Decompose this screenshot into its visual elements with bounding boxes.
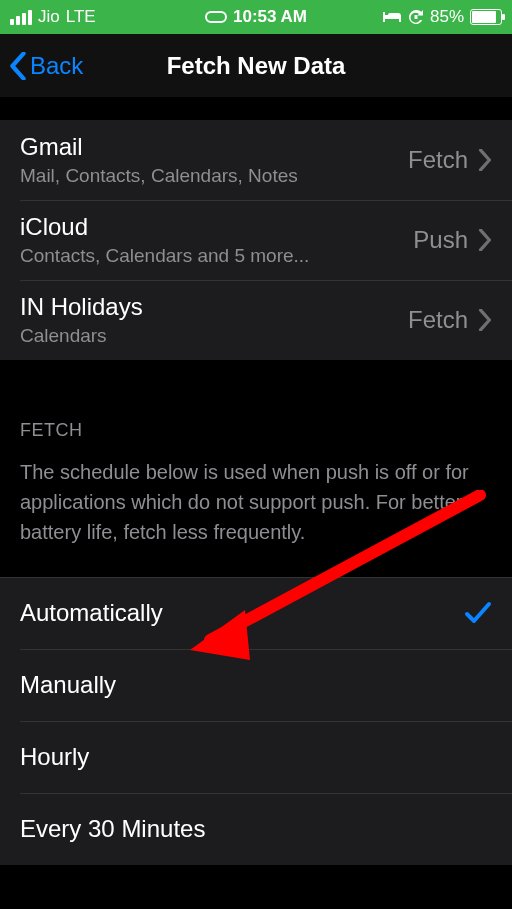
spacer: [0, 98, 512, 120]
account-name: IN Holidays: [20, 293, 408, 321]
account-content: IN HolidaysCalendars: [20, 293, 408, 347]
status-time: 10:53 AM: [233, 7, 307, 27]
checkmark-icon: [464, 601, 492, 625]
account-mode: Fetch: [408, 306, 468, 334]
account-sub: Calendars: [20, 325, 408, 347]
fetch-option-label: Hourly: [20, 743, 492, 771]
fetch-section-footer: The schedule below is used when push is …: [0, 451, 512, 577]
orientation-lock-icon: [408, 9, 424, 25]
account-mode: Fetch: [408, 146, 468, 174]
account-sub: Contacts, Calendars and 5 more...: [20, 245, 413, 267]
account-row[interactable]: GmailMail, Contacts, Calendars, NotesFet…: [0, 120, 512, 200]
back-label: Back: [30, 52, 83, 80]
account-content: GmailMail, Contacts, Calendars, Notes: [20, 133, 408, 187]
status-left: Jio LTE: [10, 7, 96, 27]
accounts-group: GmailMail, Contacts, Calendars, NotesFet…: [0, 120, 512, 360]
fetch-option-row[interactable]: Manually: [0, 649, 512, 721]
fetch-option-label: Manually: [20, 671, 492, 699]
do-not-disturb-bed-icon: [382, 10, 402, 24]
fetch-option-label: Automatically: [20, 599, 464, 627]
fetch-option-label: Every 30 Minutes: [20, 815, 492, 843]
fetch-option-row[interactable]: Every 30 Minutes: [0, 793, 512, 865]
fetch-option-row[interactable]: Hourly: [0, 721, 512, 793]
status-right: 85%: [382, 7, 502, 27]
account-sub: Mail, Contacts, Calendars, Notes: [20, 165, 408, 187]
account-row[interactable]: iCloudContacts, Calendars and 5 more...P…: [0, 200, 512, 280]
chevron-right-icon: [478, 309, 492, 331]
fetch-section-header: FETCH: [0, 360, 512, 451]
nav-bar: Back Fetch New Data: [0, 34, 512, 98]
account-name: iCloud: [20, 213, 413, 241]
fetch-option-row[interactable]: Automatically: [0, 577, 512, 649]
chevron-right-icon: [478, 149, 492, 171]
account-mode: Push: [413, 226, 468, 254]
account-content: iCloudContacts, Calendars and 5 more...: [20, 213, 413, 267]
hotspot-icon: [205, 10, 227, 24]
carrier-label: Jio: [38, 7, 60, 27]
chevron-left-icon: [8, 52, 28, 80]
chevron-right-icon: [478, 229, 492, 251]
battery-icon: [470, 9, 502, 25]
battery-fill: [472, 11, 496, 23]
account-row[interactable]: IN HolidaysCalendarsFetch: [0, 280, 512, 360]
signal-icon: [10, 10, 32, 25]
fetch-options-group: AutomaticallyManuallyHourlyEvery 30 Minu…: [0, 577, 512, 865]
back-button[interactable]: Back: [0, 52, 83, 80]
status-bar: Jio LTE 10:53 AM 85%: [0, 0, 512, 34]
account-name: Gmail: [20, 133, 408, 161]
network-label: LTE: [66, 7, 96, 27]
svg-rect-0: [414, 15, 417, 19]
battery-percent: 85%: [430, 7, 464, 27]
